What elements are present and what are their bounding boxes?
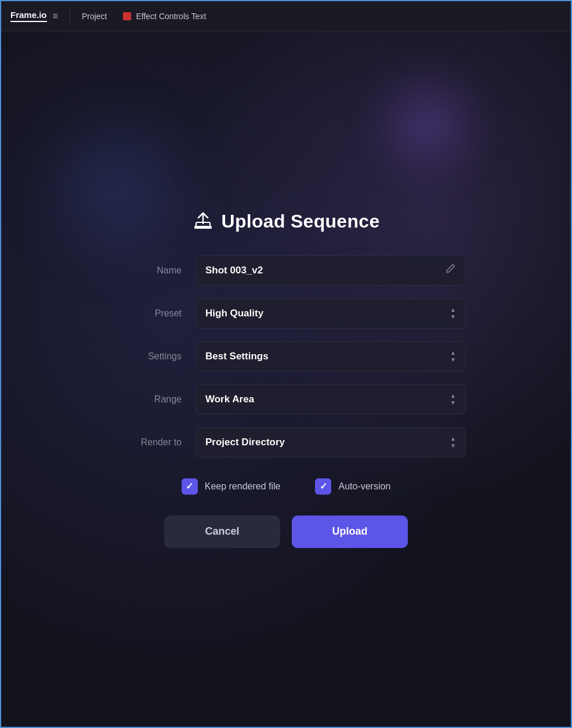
form-container: Name Shot 003_v2 Preset High Quality: [106, 255, 466, 457]
keep-rendered-label: Keep rendered file: [205, 481, 281, 492]
chevron-down-icon: ▼: [450, 399, 456, 406]
chevron-up-icon: ▲: [450, 349, 456, 356]
name-label: Name: [106, 265, 182, 276]
checkmark-icon: ✓: [320, 481, 327, 492]
form-row-preset: Preset High Quality ▲ ▼: [106, 298, 466, 329]
render-to-spinner: ▲ ▼: [450, 435, 456, 449]
checkboxes-row: ✓ Keep rendered file ✓ Auto-version: [182, 478, 391, 495]
effect-controls-area: Effect Controls Text: [123, 12, 206, 21]
chevron-down-icon: ▼: [450, 442, 456, 449]
render-to-select[interactable]: Project Directory ▲ ▼: [196, 427, 466, 457]
upload-dialog: Upload Sequence Name Shot 003_v2 Preset: [106, 211, 466, 548]
name-value: Shot 003_v2: [205, 265, 263, 276]
upload-icon: [193, 211, 213, 232]
render-to-value: Project Directory: [205, 437, 285, 448]
chevron-up-icon: ▲: [450, 307, 456, 313]
keep-rendered-checkbox[interactable]: ✓: [182, 478, 198, 495]
form-row-name: Name Shot 003_v2: [106, 255, 466, 286]
keep-rendered-checkbox-item[interactable]: ✓ Keep rendered file: [182, 478, 281, 495]
effect-dot: [123, 12, 131, 20]
buttons-row: Cancel Upload: [164, 516, 408, 548]
settings-spinner: ▲ ▼: [450, 349, 456, 363]
chevron-down-icon: ▼: [450, 313, 456, 320]
dialog-title-row: Upload Sequence: [193, 211, 380, 232]
checkmark-icon: ✓: [186, 481, 193, 492]
topbar: Frame.io ≡ Project Effect Controls Text: [1, 1, 571, 31]
range-spinner: ▲ ▼: [450, 392, 456, 406]
chevron-up-icon: ▲: [450, 435, 456, 442]
topbar-project[interactable]: Project: [82, 12, 107, 21]
chevron-up-icon: ▲: [450, 392, 456, 399]
brand-area: Frame.io ≡: [10, 10, 58, 22]
auto-version-checkbox[interactable]: ✓: [315, 478, 331, 495]
settings-label: Settings: [106, 351, 182, 362]
preset-label: Preset: [106, 308, 182, 319]
range-value: Work Area: [205, 394, 254, 405]
form-row-range: Range Work Area ▲ ▼: [106, 384, 466, 415]
range-select[interactable]: Work Area ▲ ▼: [196, 384, 466, 415]
svg-rect-2: [194, 227, 212, 229]
edit-icon: [444, 263, 456, 277]
render-to-label: Render to: [106, 437, 182, 448]
auto-version-label: Auto-version: [338, 481, 390, 492]
upload-button[interactable]: Upload: [292, 516, 408, 548]
form-row-settings: Settings Best Settings ▲ ▼: [106, 341, 466, 372]
main-area: Upload Sequence Name Shot 003_v2 Preset: [1, 31, 571, 727]
name-input[interactable]: Shot 003_v2: [196, 255, 466, 286]
effect-controls-label: Effect Controls Text: [136, 12, 206, 21]
preset-select[interactable]: High Quality ▲ ▼: [196, 298, 466, 329]
form-row-render-to: Render to Project Directory ▲ ▼: [106, 427, 466, 457]
auto-version-checkbox-item[interactable]: ✓ Auto-version: [315, 478, 390, 495]
preset-value: High Quality: [205, 308, 263, 319]
settings-value: Best Settings: [205, 351, 269, 362]
range-label: Range: [106, 394, 182, 405]
menu-icon[interactable]: ≡: [53, 11, 58, 21]
glow-right: [370, 66, 486, 182]
preset-spinner: ▲ ▼: [450, 307, 456, 320]
cancel-button[interactable]: Cancel: [164, 516, 280, 548]
topbar-divider: [70, 9, 70, 23]
settings-select[interactable]: Best Settings ▲ ▼: [196, 341, 466, 372]
dialog-title: Upload Sequence: [222, 211, 380, 232]
brand-name[interactable]: Frame.io: [10, 10, 47, 22]
chevron-down-icon: ▼: [450, 356, 456, 363]
